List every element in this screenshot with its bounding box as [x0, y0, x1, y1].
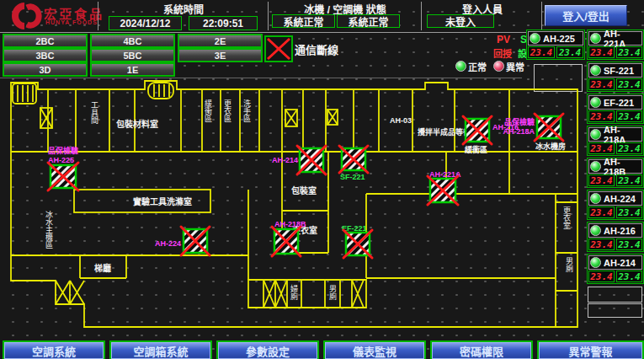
floor-button-3bc[interactable]: 3BC	[3, 48, 88, 62]
ahu-status-value: 系統正常	[337, 14, 400, 28]
hunya-logo-icon	[7, 2, 44, 30]
room-label: 緩衝區	[204, 99, 212, 122]
unit-row-ah-216[interactable]: AH-216 23.423.4	[587, 222, 644, 252]
unit-row-ah-214[interactable]: AH-214 23.423.4	[587, 254, 644, 284]
room-label: 包裝室	[291, 185, 317, 196]
floor-button-4bc[interactable]: 4BC	[90, 34, 175, 48]
room-label: 工具間	[90, 101, 98, 125]
abnormal-led-icon	[493, 61, 504, 72]
qa-room-label: 品保檢驗	[48, 146, 78, 155]
unit-status-led	[590, 225, 601, 236]
room-label: 更衣室	[562, 206, 571, 229]
abnormal-label: 異常	[506, 60, 524, 73]
room-label: 緩衝區	[465, 145, 487, 154]
hmi-screen: 宏亞食品 HUNYA FOODS 系統時間 2024/12/12 22:09:5…	[0, 0, 644, 359]
unit-pv-value: 23.4	[588, 142, 615, 154]
login-status-value: 未登入	[427, 14, 494, 28]
floor-button-2bc[interactable]: 2BC	[3, 34, 88, 48]
unit-sv-value: 23.4	[616, 78, 642, 90]
footer-button-parameter-settings[interactable]: 參數設定	[216, 340, 319, 359]
fan-unit-ah-225[interactable]: 品保檢驗 AH-225	[48, 146, 78, 190]
unit-pv-value: 23.4	[528, 46, 555, 58]
unit-name-label: AH-214	[604, 258, 636, 268]
unit-sv-value: 23.4	[616, 206, 642, 218]
fan-unit-ah-221a[interactable]: AH-221A	[428, 170, 461, 205]
unit-status-led	[590, 97, 601, 108]
unit-pv-value: 23.4	[588, 206, 615, 218]
comm-fail-icon	[264, 35, 293, 62]
footer-button-password-authority[interactable]: 密碼權限	[430, 340, 533, 359]
room-label: 更衣區	[223, 99, 232, 122]
header-bar: 宏亞食品 HUNYA FOODS 系統時間 2024/12/12 22:09:5…	[0, 0, 644, 32]
unit-sv-value: 23.4	[616, 110, 642, 122]
fan-unit-ah-224[interactable]: AH-224	[155, 227, 210, 255]
unit-name-label: AH-224	[604, 194, 636, 204]
footer-button-ahu-system[interactable]: 空調箱系統	[109, 340, 212, 359]
unit-name-label: AH-218B	[604, 157, 641, 177]
room-label: 男廁	[328, 285, 337, 301]
floorplan: 工具間 包裝材料室 緩衝區 更衣區 洗手區 AH-03 攪拌半成品等待區 緩衝區…	[0, 78, 589, 335]
floor-button-1e[interactable]: 1E	[90, 62, 175, 77]
floor-button-5bc[interactable]: 5BC	[90, 48, 175, 62]
room-label: AH-03	[390, 116, 412, 125]
system-date-value: 2024/12/12	[109, 16, 182, 30]
room-label: 洗手區	[242, 99, 251, 122]
comm-fail-label: 通信斷線	[295, 41, 338, 57]
unit-row-ah-221a[interactable]: AH-221A 23.423.4	[587, 29, 644, 60]
pv-label: PV	[497, 34, 510, 46]
fan-unit-ah-218a[interactable]: 品保檢驗 AH-218A	[503, 114, 563, 141]
floor-button-3d[interactable]: 3D	[3, 62, 88, 77]
unit-name-label: EF-221	[604, 98, 634, 108]
unit-name-label: AH-225	[543, 34, 575, 44]
floor-button-3e[interactable]: 3E	[178, 48, 263, 62]
room-label: 婦廁	[290, 284, 298, 301]
fan-unit-sf-221[interactable]: SF-221	[339, 146, 368, 181]
unit-pv-value: 23.4	[588, 174, 615, 186]
unit-pv-value: 23.4	[588, 78, 615, 90]
room-label: 包裝材料室	[116, 119, 158, 129]
fan-unit-label: AH-224	[155, 239, 181, 248]
system-time-label: 系統時間	[101, 2, 266, 16]
unit-sv-value: 23.4	[616, 142, 642, 154]
unit-name-label: AH-218A	[604, 125, 641, 145]
footer-button-meter-monitor[interactable]: 儀表監視	[323, 340, 426, 359]
empty-unit-slot	[588, 287, 642, 303]
room-label: 男廁	[565, 257, 573, 273]
floor-button-2e[interactable]: 2E	[178, 34, 263, 48]
room-label: 實驗工具洗滌室	[133, 196, 192, 206]
unit-row-ah-225[interactable]: AH-225 23.4 23.4	[526, 29, 585, 60]
fan-unit-label: AH-218A	[503, 127, 535, 136]
unit-row-sf-221[interactable]: SF-221 23.423.4	[587, 62, 644, 92]
login-logout-button[interactable]: 登入/登出	[545, 5, 627, 26]
unit-row-ah-218b[interactable]: AH-218B 23.423.4	[587, 158, 644, 188]
unit-pv-value: 23.4	[588, 238, 615, 250]
unit-pv-value: 23.4	[588, 271, 615, 282]
unit-name-label: AH-216	[604, 226, 636, 236]
normal-led-icon	[455, 61, 466, 72]
unit-row-ah-218a[interactable]: AH-218A 23.423.4	[587, 126, 644, 156]
unit-sv-value: 23.4	[616, 174, 642, 186]
footer-button-alarm[interactable]: 異常警報	[537, 340, 644, 359]
room-label: 梯廳	[94, 263, 111, 273]
brand-name-en: HUNYA FOODS	[45, 19, 98, 25]
unit-status-led	[590, 33, 601, 44]
unit-status-led	[590, 257, 601, 268]
unit-pv-value: 23.4	[588, 110, 615, 122]
fan-unit-ah-214[interactable]: AH-214	[272, 146, 326, 174]
footer-button-ac-system[interactable]: 空調系統	[3, 340, 105, 359]
unit-row-ah-224[interactable]: AH-224 23.423.4	[587, 190, 644, 220]
room-label: 冰水主機區	[45, 210, 53, 249]
room-label: 冰水機房	[535, 142, 566, 151]
unit-status-led	[590, 129, 601, 140]
fan-unit-ef-221[interactable]: EF-221	[342, 224, 372, 258]
unit-sv-value: 23.4	[556, 46, 583, 58]
unit-row-ef-221[interactable]: EF-221 23.423.4	[587, 94, 644, 124]
unit-sv-value: 23.4	[616, 46, 642, 58]
fan-unit-ah-218b[interactable]: AH-218B	[272, 220, 306, 256]
unit-name-label: SF-221	[604, 66, 634, 76]
unit-pv-value: 23.4	[588, 46, 615, 58]
unit-name-label: AH-221A	[604, 29, 641, 49]
chiller-status-value: 系統正常	[272, 14, 335, 28]
unit-status-led	[530, 33, 540, 44]
fan-unit-label: AH-214	[272, 156, 298, 164]
